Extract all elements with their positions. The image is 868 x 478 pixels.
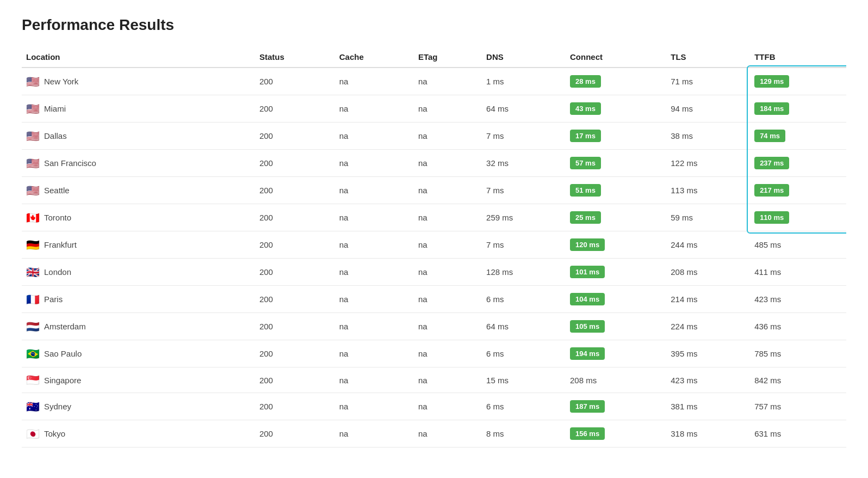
connect-badge: 156 ms — [570, 427, 605, 440]
cell-tls: 94 ms — [666, 95, 750, 122]
cell-cache: na — [335, 68, 414, 95]
col-header-location: Location — [22, 47, 255, 68]
table-row: 🇺🇸San Francisco200nana32 ms57 ms122 ms23… — [22, 150, 846, 177]
cell-location: 🇫🇷Paris — [22, 286, 255, 313]
cell-status: 200 — [255, 420, 335, 448]
cell-location: 🇳🇱Amsterdam — [22, 313, 255, 340]
cell-location: 🇺🇸Miami — [22, 95, 255, 122]
cell-dns: 6 ms — [482, 340, 566, 367]
cell-status: 200 — [255, 231, 335, 259]
cell-connect: 156 ms — [566, 420, 666, 448]
cell-status: 200 — [255, 68, 335, 95]
col-header-ttfb: TTFB — [750, 47, 846, 68]
table-row: 🇨🇦Toronto200nana259 ms25 ms59 ms110 ms — [22, 204, 846, 231]
cell-status: 200 — [255, 177, 335, 204]
cell-dns: 1 ms — [482, 68, 566, 95]
connect-badge: 17 ms — [570, 130, 601, 142]
connect-badge: 194 ms — [570, 347, 605, 360]
cell-etag: na — [414, 231, 482, 259]
cell-etag: na — [414, 393, 482, 420]
cell-status: 200 — [255, 313, 335, 340]
cell-connect: 57 ms — [566, 150, 666, 177]
page-title: Performance Results — [22, 16, 846, 34]
flag-icon: 🇨🇦 — [26, 212, 40, 223]
cell-cache: na — [335, 367, 414, 393]
table-row: 🇺🇸Seattle200nana7 ms51 ms113 ms217 ms — [22, 177, 846, 204]
table-row: 🇦🇺Sydney200nana6 ms187 ms381 ms757 ms — [22, 393, 846, 420]
cell-etag: na — [414, 95, 482, 122]
cell-dns: 259 ms — [482, 204, 566, 231]
cell-etag: na — [414, 68, 482, 95]
cell-location: 🇩🇪Frankfurt — [22, 231, 255, 259]
cell-cache: na — [335, 177, 414, 204]
cell-connect: 120 ms — [566, 231, 666, 259]
table-row: 🇳🇱Amsterdam200nana64 ms105 ms224 ms436 m… — [22, 313, 846, 340]
cell-dns: 6 ms — [482, 286, 566, 313]
cell-cache: na — [335, 231, 414, 259]
cell-cache: na — [335, 340, 414, 367]
cell-ttfb: 217 ms — [750, 177, 846, 204]
cell-dns: 8 ms — [482, 420, 566, 448]
ttfb-badge: 74 ms — [754, 130, 785, 142]
cell-tls: 244 ms — [666, 231, 750, 259]
table-header-row: Location Status Cache ETag DNS Connect T… — [22, 47, 846, 68]
cell-dns: 15 ms — [482, 367, 566, 393]
cell-etag: na — [414, 367, 482, 393]
ttfb-badge: 129 ms — [754, 75, 789, 88]
cell-ttfb: 631 ms — [750, 420, 846, 448]
col-header-cache: Cache — [335, 47, 414, 68]
connect-badge: 25 ms — [570, 211, 601, 224]
connect-badge: 101 ms — [570, 266, 605, 278]
cell-etag: na — [414, 204, 482, 231]
cell-ttfb: 74 ms — [750, 122, 846, 150]
cell-tls: 208 ms — [666, 259, 750, 286]
table-row: 🇫🇷Paris200nana6 ms104 ms214 ms423 ms — [22, 286, 846, 313]
cell-tls: 395 ms — [666, 340, 750, 367]
flag-icon: 🇩🇪 — [26, 240, 40, 250]
cell-connect: 25 ms — [566, 204, 666, 231]
cell-location: 🇺🇸New York — [22, 68, 255, 95]
flag-icon: 🇺🇸 — [26, 185, 40, 196]
cell-tls: 381 ms — [666, 393, 750, 420]
flag-icon: 🇺🇸 — [26, 131, 40, 142]
cell-tls: 59 ms — [666, 204, 750, 231]
cell-location: 🇯🇵Tokyo — [22, 420, 255, 448]
cell-etag: na — [414, 150, 482, 177]
cell-ttfb: 785 ms — [750, 340, 846, 367]
col-header-dns: DNS — [482, 47, 566, 68]
connect-badge: 105 ms — [570, 320, 605, 333]
flag-icon: 🇸🇬 — [26, 375, 40, 385]
location-name: Tokyo — [44, 429, 65, 438]
connect-badge: 120 ms — [570, 238, 605, 251]
location-name: San Francisco — [44, 158, 96, 168]
cell-cache: na — [335, 150, 414, 177]
flag-icon: 🇧🇷 — [26, 348, 40, 359]
cell-status: 200 — [255, 259, 335, 286]
cell-ttfb: 129 ms — [750, 68, 846, 95]
cell-connect: 17 ms — [566, 122, 666, 150]
location-name: New York — [44, 77, 78, 86]
cell-cache: na — [335, 420, 414, 448]
col-header-etag: ETag — [414, 47, 482, 68]
cell-tls: 71 ms — [666, 68, 750, 95]
flag-icon: 🇯🇵 — [26, 428, 40, 439]
connect-badge: 57 ms — [570, 157, 601, 169]
connect-badge: 187 ms — [570, 400, 605, 413]
cell-etag: na — [414, 286, 482, 313]
cell-dns: 128 ms — [482, 259, 566, 286]
connect-badge: 104 ms — [570, 293, 605, 305]
cell-ttfb: 485 ms — [750, 231, 846, 259]
ttfb-badge: 184 ms — [754, 102, 789, 115]
col-header-status: Status — [255, 47, 335, 68]
cell-status: 200 — [255, 122, 335, 150]
location-name: Miami — [44, 104, 66, 113]
cell-cache: na — [335, 204, 414, 231]
table-row: 🇺🇸Dallas200nana7 ms17 ms38 ms74 ms — [22, 122, 846, 150]
cell-location: 🇨🇦Toronto — [22, 204, 255, 231]
cell-cache: na — [335, 393, 414, 420]
col-header-connect: Connect — [566, 47, 666, 68]
cell-connect: 187 ms — [566, 393, 666, 420]
table-row: 🇧🇷Sao Paulo200nana6 ms194 ms395 ms785 ms — [22, 340, 846, 367]
connect-badge: 43 ms — [570, 102, 601, 115]
location-name: Frankfurt — [44, 240, 77, 249]
